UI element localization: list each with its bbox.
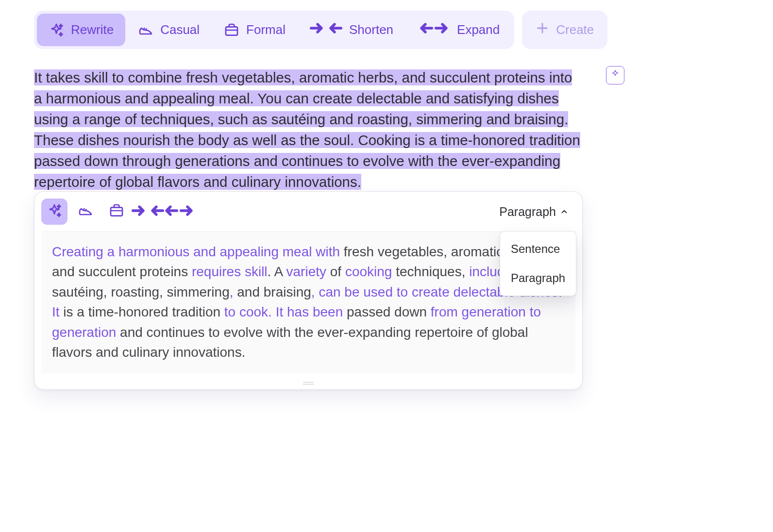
create-button[interactable]: Create (522, 11, 607, 49)
scope-dropdown: Sentence Paragraph (500, 231, 576, 296)
briefcase-icon (109, 203, 124, 220)
diff-unchanged-span: passed down (343, 304, 431, 319)
diff-unchanged-span: and continues to evolve with the ever-ex… (52, 325, 528, 360)
diff-changed-span: variety (286, 264, 326, 279)
diff-unchanged-span: . A (268, 264, 286, 279)
shoe-icon (78, 203, 93, 220)
panel-mode-icons (41, 199, 192, 225)
expand-label: Expand (457, 22, 500, 37)
panel-rewrite-button[interactable] (41, 199, 67, 225)
original-text[interactable]: It takes skill to combine fresh vegetabl… (34, 67, 583, 192)
diff-changed-span: Creating a harmonious and appealing meal… (52, 244, 340, 259)
arrows-out-icon (418, 20, 450, 39)
chevron-up-icon (560, 205, 569, 219)
panel-expand-button[interactable] (166, 199, 192, 225)
diff-unchanged-span: techniques, (392, 264, 469, 279)
shorten-button[interactable]: Shorten (298, 14, 405, 46)
sparkle-icon (47, 203, 62, 220)
arrows-out-icon (163, 203, 195, 220)
panel-formal-button[interactable] (103, 199, 130, 225)
scope-option-paragraph[interactable]: Paragraph (500, 264, 576, 293)
panel-shorten-button[interactable] (134, 199, 161, 225)
create-label: Create (556, 22, 594, 37)
briefcase-icon (224, 22, 239, 38)
panel-toolbar: Paragraph (34, 192, 582, 232)
diff-unchanged-span: of (326, 264, 345, 279)
diff-unchanged-span: and braising (234, 284, 311, 299)
svg-rect-1 (111, 207, 122, 216)
panel-resize-handle[interactable] (34, 380, 582, 389)
drag-handle-icon (303, 382, 314, 384)
diff-unchanged-span: is a time-honored tradition (60, 304, 224, 319)
arrows-in-icon (132, 203, 164, 220)
casual-button[interactable]: Casual (126, 14, 211, 46)
result-text[interactable]: Creating a harmonious and appealing meal… (41, 232, 575, 373)
scope-option-sentence[interactable]: Sentence (500, 234, 576, 264)
formal-label: Formal (246, 22, 286, 37)
rewrite-button[interactable]: Rewrite (37, 14, 125, 46)
casual-label: Casual (160, 22, 200, 37)
selected-text-span: It takes skill to combine fresh vegetabl… (34, 69, 580, 190)
scope-selected-label: Paragraph (499, 205, 556, 219)
rewrite-label: Rewrite (71, 22, 114, 37)
arrows-in-icon (310, 20, 342, 39)
diff-changed-span: cooking (345, 264, 392, 279)
formal-button[interactable]: Formal (212, 14, 297, 46)
panel-casual-button[interactable] (72, 199, 99, 225)
sparkle-icon (49, 22, 64, 38)
diff-changed-span: , (230, 284, 234, 299)
star-icon (610, 69, 621, 82)
top-toolbar: Rewrite Casual Formal (34, 11, 607, 49)
plus-icon (536, 21, 549, 38)
svg-rect-0 (226, 27, 237, 35)
shoe-icon (138, 22, 153, 38)
rewrite-modes-group: Rewrite Casual Formal (34, 11, 514, 49)
diff-changed-span: requires skill (192, 264, 268, 279)
ai-sparkle-button[interactable] (606, 66, 624, 84)
result-panel: Paragraph Creating a harmonious and appe… (34, 191, 583, 390)
diff-changed-span: to cook. It has been (224, 304, 343, 319)
diff-changed-span: It (52, 304, 60, 319)
diff-unchanged-span: sautéing, roasting, simmering (52, 284, 230, 299)
shorten-label: Shorten (349, 22, 393, 37)
scope-select[interactable]: Paragraph (499, 205, 573, 219)
expand-button[interactable]: Expand (406, 14, 511, 46)
